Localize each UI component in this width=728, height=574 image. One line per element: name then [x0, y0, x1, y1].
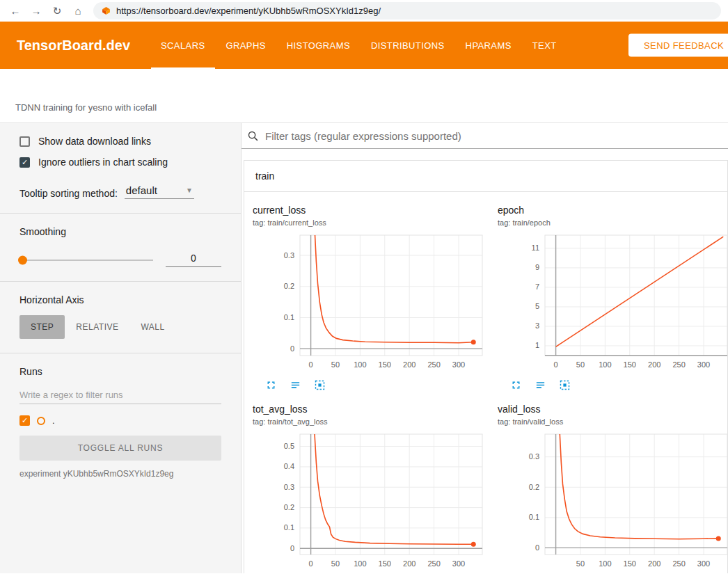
svg-text:50: 50 — [331, 360, 340, 369]
svg-text:200: 200 — [403, 360, 416, 369]
tab-scalars[interactable]: SCALARS — [161, 22, 205, 69]
tag-filter-input[interactable] — [265, 130, 722, 142]
tooltip-sorting-dropdown[interactable]: default ▼ — [125, 184, 194, 199]
svg-text:150: 150 — [379, 559, 391, 568]
show-download-label: Show data download links — [38, 136, 151, 147]
url-text: https://tensorboard.dev/experiment/yKUbh… — [116, 6, 381, 16]
svg-text:0.3: 0.3 — [284, 483, 294, 491]
slider-thumb[interactable] — [18, 255, 27, 264]
fullscreen-icon[interactable] — [265, 379, 277, 391]
tooltip-sorting-label: Tooltip sorting method: — [19, 188, 118, 199]
show-download-checkbox[interactable] — [19, 136, 30, 147]
reload-icon[interactable]: ↻ — [49, 3, 65, 19]
settings-sidebar: Show data download links ✓ Ignore outlie… — [0, 123, 242, 573]
home-icon[interactable]: ⌂ — [70, 3, 86, 19]
show-download-row: Show data download links — [19, 136, 221, 147]
svg-text:100: 100 — [354, 559, 366, 568]
svg-text:0.2: 0.2 — [284, 282, 294, 290]
svg-text:0: 0 — [290, 344, 294, 353]
tooltip-sorting-row: Tooltip sorting method: default ▼ — [19, 184, 221, 199]
svg-text:300: 300 — [452, 360, 465, 369]
runs-section: Runs ✓ . TOGGLE ALL RUNS experiment yKUb… — [0, 353, 241, 493]
line-chart[interactable]: 00.10.20.3050100150200250300 — [258, 231, 488, 374]
line-chart[interactable]: 1357911050100150200250300 — [503, 231, 728, 374]
svg-text:300: 300 — [697, 360, 710, 369]
data-lines-icon[interactable] — [535, 379, 546, 391]
svg-text:1: 1 — [535, 341, 539, 349]
axis-step-button[interactable]: STEP — [19, 315, 65, 339]
train-group-card: train current_loss tag: train/current_lo… — [244, 160, 728, 573]
axis-buttons: STEP RELATIVE WALL — [19, 315, 221, 339]
svg-text:0.1: 0.1 — [284, 313, 294, 321]
fullscreen-icon[interactable] — [510, 379, 522, 391]
svg-text:100: 100 — [354, 360, 366, 369]
chart-card-current-loss: current_loss tag: train/current_loss 00.… — [244, 198, 489, 397]
fit-domain-icon[interactable] — [559, 379, 571, 391]
svg-text:9: 9 — [535, 263, 539, 271]
tab-histograms[interactable]: HISTOGRAMS — [287, 22, 350, 69]
smoothing-value[interactable]: 0 — [166, 253, 221, 267]
tag-filter-bar — [242, 123, 728, 149]
svg-text:0: 0 — [290, 544, 294, 552]
search-icon — [247, 130, 259, 142]
chart-tag: tag: train/current_loss — [253, 218, 489, 227]
chart-card-valid-loss: valid_loss tag: train/valid_loss 00.10.2… — [489, 397, 728, 573]
svg-text:250: 250 — [427, 360, 440, 369]
back-icon[interactable]: ← — [7, 3, 24, 19]
data-lines-icon[interactable] — [290, 379, 301, 391]
toggle-all-runs-button[interactable]: TOGGLE ALL RUNS — [19, 436, 221, 461]
chart-title: current_loss — [253, 205, 489, 216]
svg-text:0: 0 — [535, 543, 539, 552]
svg-text:150: 150 — [624, 360, 636, 369]
tab-hparams[interactable]: HPARAMS — [466, 22, 512, 69]
chart-toolbar — [265, 379, 489, 391]
tab-graphs[interactable]: GRAPHS — [226, 22, 266, 69]
tab-distributions[interactable]: DISTRIBUTIONS — [371, 22, 445, 69]
browser-toolbar: ← → ↻ ⌂ https://tensorboard.dev/experime… — [0, 0, 728, 22]
run-checkbox[interactable]: ✓ — [19, 415, 30, 426]
content: Show data download links ✓ Ignore outlie… — [0, 123, 728, 573]
svg-text:5: 5 — [535, 302, 539, 310]
horizontal-axis-section: Horizontal Axis STEP RELATIVE WALL — [0, 281, 241, 353]
chevron-down-icon: ▼ — [186, 186, 193, 194]
run-color-swatch[interactable] — [37, 417, 45, 425]
smoothing-section: Smoothing 0 — [0, 213, 241, 281]
runs-filter-input[interactable] — [19, 385, 221, 404]
train-group-header[interactable]: train — [244, 161, 727, 192]
chart-title: tot_avg_loss — [253, 404, 489, 415]
svg-text:0.3: 0.3 — [529, 452, 539, 461]
svg-text:7: 7 — [535, 282, 539, 291]
forward-icon[interactable]: → — [28, 3, 45, 19]
smoothing-label: Smoothing — [19, 226, 221, 237]
axis-relative-button[interactable]: RELATIVE — [65, 315, 129, 339]
ignore-outliers-checkbox[interactable]: ✓ — [19, 157, 30, 168]
ignore-outliers-row: ✓ Ignore outliers in chart scaling — [19, 157, 221, 168]
svg-text:50: 50 — [331, 559, 340, 568]
line-chart[interactable]: 00.10.20.350100150200250300 — [503, 430, 728, 573]
svg-text:200: 200 — [648, 360, 660, 369]
axis-wall-button[interactable]: WALL — [129, 315, 175, 339]
ignore-outliers-label: Ignore outliers in chart scaling — [38, 157, 168, 168]
fit-domain-icon[interactable] — [314, 379, 326, 391]
svg-text:0.3: 0.3 — [284, 251, 294, 260]
horizontal-axis-label: Horizontal Axis — [19, 294, 221, 305]
svg-text:0: 0 — [554, 360, 558, 369]
line-chart[interactable]: 00.10.20.30.40.5050100150200250300 — [258, 430, 488, 573]
smoothing-slider-row: 0 — [19, 253, 221, 267]
tooltip-sorting-value: default — [126, 184, 157, 196]
tensorboard-favicon-icon — [102, 6, 111, 15]
smoothing-slider[interactable] — [19, 260, 153, 261]
svg-text:0: 0 — [309, 360, 313, 369]
tab-text[interactable]: TEXT — [532, 22, 557, 69]
svg-text:100: 100 — [599, 360, 611, 369]
svg-text:150: 150 — [379, 360, 391, 369]
svg-text:50: 50 — [576, 559, 585, 568]
chart-tag: tag: train/valid_loss — [498, 417, 728, 426]
chart-tag: tag: train/epoch — [498, 218, 728, 227]
chart-card-epoch: epoch tag: train/epoch 13579110501001502… — [489, 198, 728, 397]
main-panel: train current_loss tag: train/current_lo… — [242, 123, 728, 573]
svg-text:200: 200 — [403, 559, 416, 568]
address-bar[interactable]: https://tensorboard.dev/experiment/yKUbh… — [93, 2, 721, 19]
send-feedback-button[interactable]: SEND FEEDBACK — [628, 34, 728, 57]
svg-text:250: 250 — [672, 360, 685, 369]
